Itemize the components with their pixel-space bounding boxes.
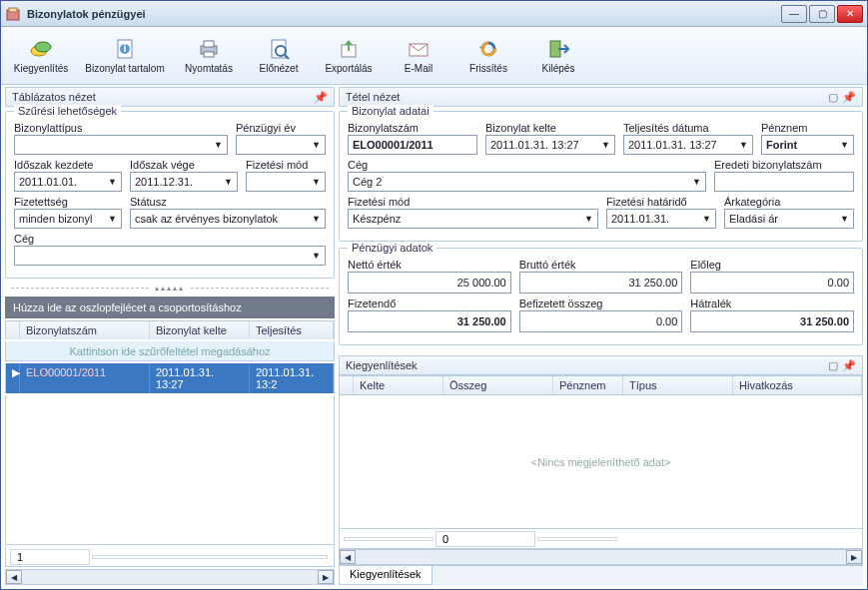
eloleg-field: 0.00 [690, 272, 854, 294]
row-selector-header[interactable] [6, 321, 20, 339]
financial-groupbox: Pénzügyi adatok Nettó érték25 000.00 Bru… [339, 248, 863, 345]
ceg-combo[interactable]: Cég 2▼ [348, 172, 706, 192]
eredeti-field[interactable] [714, 172, 854, 192]
toolbar-kiegyenlites[interactable]: Kiegyenlítés [7, 30, 75, 82]
grid-hscroll[interactable]: ◀ ▶ [5, 569, 335, 585]
penznem-combo[interactable]: Forint▼ [761, 135, 854, 155]
ke-hscroll[interactable]: ◀ ▶ [339, 549, 863, 565]
chevron-down-icon: ▼ [312, 177, 321, 187]
chevron-down-icon: ▼ [692, 177, 701, 187]
idoszak-kezdete-combo[interactable]: 2011.01.01.▼ [14, 172, 122, 192]
ke-col-kelte[interactable]: Kelte [354, 376, 443, 394]
document-info-icon: i [113, 37, 137, 61]
svg-rect-8 [204, 41, 214, 47]
fizetesi-mod-combo[interactable]: Készpénz▼ [348, 209, 598, 229]
tabstrip: Kiegyenlítések [339, 565, 863, 585]
doc-groupbox: Bizonylat adatai Bizonylatszám ELO00001/… [339, 111, 863, 242]
group-by-hint[interactable]: Húzza ide az oszlopfejlécet a csoportosí… [5, 296, 335, 318]
window-title: Bizonylatok pénzügyei [27, 8, 779, 20]
svg-text:i: i [123, 42, 126, 54]
ke-grid-footer: 0 [339, 529, 863, 549]
maximize-panel-icon[interactable]: ▢ [828, 359, 838, 372]
ke-grid-body[interactable]: <Nincs megjeleníthető adat> [339, 394, 863, 529]
pin-icon[interactable]: 📌 [842, 359, 856, 372]
preview-icon [267, 37, 291, 61]
ke-grid-header: Kelte Összeg Pénznem Típus Hivatkozás [339, 375, 863, 394]
toolbar-frissites[interactable]: Frissítés [454, 30, 522, 82]
minimize-button[interactable]: — [781, 5, 807, 23]
toolbar: Kiegyenlítés i Bizonylat tartalom Nyomta… [1, 27, 867, 85]
chevron-down-icon: ▼ [108, 177, 117, 187]
titlebar: Bizonylatok pénzügyei — ▢ ✕ [1, 1, 867, 27]
refresh-icon [476, 37, 500, 61]
toolbar-bizonylat-tartalom[interactable]: i Bizonylat tartalom [77, 30, 173, 82]
chevron-down-icon: ▼ [739, 140, 748, 150]
ke-col-tipus[interactable]: Típus [623, 376, 733, 394]
fizetesi-mod-filter-combo[interactable]: ▼ [246, 172, 326, 192]
hatralek-field: 31 250.00 [690, 310, 854, 332]
scroll-left-icon[interactable]: ◀ [6, 570, 22, 584]
filter-groupbox: Szűrési lehetőségek Bizonylattípus ▼ Pén… [5, 111, 335, 279]
fizetesi-hatar-combo[interactable]: 2011.01.31.▼ [606, 209, 716, 229]
toolbar-elonezet[interactable]: Előnézet [245, 30, 313, 82]
right-panel-header: Tétel nézet ▢ 📌 [339, 87, 863, 107]
netto-field: 25 000.00 [348, 272, 511, 294]
col-kelte[interactable]: Bizonylat kelte [150, 321, 250, 339]
penzugyi-ev-combo[interactable]: ▼ [236, 135, 326, 155]
chevron-down-icon: ▼ [312, 251, 321, 261]
chevron-down-icon: ▼ [840, 140, 849, 150]
col-bizonylatszam[interactable]: Bizonylatszám [20, 321, 150, 339]
scroll-left-icon[interactable]: ◀ [340, 550, 356, 564]
ke-row-selector[interactable] [340, 376, 354, 394]
pin-icon[interactable]: 📌 [314, 91, 328, 104]
svg-rect-9 [204, 52, 214, 57]
bizonylattipus-combo[interactable]: ▼ [14, 135, 228, 155]
pin-icon[interactable]: 📌 [842, 91, 856, 104]
toolbar-email[interactable]: E-Mail [385, 30, 452, 82]
arkategoria-combo[interactable]: Eladási ár▼ [724, 209, 854, 229]
money-icon [29, 37, 53, 61]
befizetett-field: 0.00 [519, 310, 683, 332]
app-icon [5, 6, 21, 22]
app-window: Bizonylatok pénzügyei — ▢ ✕ Kiegyenlítés… [0, 0, 868, 590]
grid-footer: 1 [5, 547, 335, 567]
maximize-button[interactable]: ▢ [809, 5, 835, 23]
chevron-down-icon: ▼ [584, 214, 593, 224]
fizetendo-field: 31 250.00 [348, 310, 511, 332]
ke-col-hivatkozas[interactable]: Hivatkozás [733, 376, 862, 394]
tab-kiegyenlitesek[interactable]: Kiegyenlítések [339, 566, 433, 585]
chevron-down-icon: ▼ [312, 214, 321, 224]
close-button[interactable]: ✕ [837, 5, 863, 23]
grid-row-selected[interactable]: ▶ ELO00001/2011 2011.01.31. 13:27 2011.0… [5, 363, 335, 393]
maximize-panel-icon[interactable]: ▢ [828, 91, 838, 104]
svg-rect-1 [9, 8, 17, 12]
idoszak-vege-combo[interactable]: 2011.12.31.▼ [130, 172, 238, 192]
exit-icon [546, 37, 570, 61]
scroll-right-icon[interactable]: ▶ [846, 550, 862, 564]
teljesites-combo[interactable]: 2011.01.31. 13:27▼ [623, 135, 753, 155]
statusz-combo[interactable]: csak az érvényes bizonylatok▼ [130, 209, 326, 229]
collapse-bar[interactable]: ▴▴▴▴▴ [5, 283, 335, 293]
bizonylatszam-field[interactable]: ELO00001/2011 [348, 135, 477, 155]
ceg-filter-combo[interactable]: ▼ [14, 246, 326, 266]
kiegyenlitesek-header: Kiegyenlítések ▢ 📌 [339, 355, 863, 375]
ke-col-osszeg[interactable]: Összeg [443, 376, 553, 394]
grid-body[interactable] [5, 395, 335, 545]
ke-col-penznem[interactable]: Pénznem [553, 376, 623, 394]
toolbar-nyomtatas[interactable]: Nyomtatás [175, 30, 243, 82]
toolbar-kilepes[interactable]: Kilépés [524, 30, 592, 82]
col-teljesites[interactable]: Teljesítés [250, 321, 334, 339]
scroll-right-icon[interactable]: ▶ [318, 570, 334, 584]
chevron-down-icon: ▼ [601, 140, 610, 150]
toolbar-exportalas[interactable]: Exportálás [315, 30, 383, 82]
grid-header: Bizonylatszám Bizonylat kelte Teljesítés [5, 320, 335, 339]
chevron-down-icon: ▼ [214, 140, 223, 150]
grid-filter-row[interactable]: Kattintson ide szűrőfeltétel megadásához [5, 341, 335, 361]
kelte-combo[interactable]: 2011.01.31. 13:27▼ [485, 135, 615, 155]
fizetettseg-combo[interactable]: minden bizonyl▼ [14, 209, 122, 229]
export-icon [337, 37, 361, 61]
chevron-down-icon: ▼ [840, 214, 849, 224]
brutto-field: 31 250.00 [519, 272, 683, 294]
chevron-down-icon: ▼ [312, 140, 321, 150]
email-icon [407, 37, 431, 61]
